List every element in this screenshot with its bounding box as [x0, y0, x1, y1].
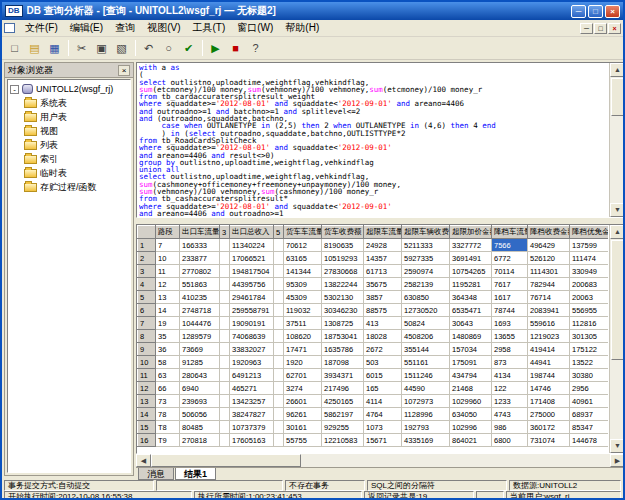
grid-cell[interactable] — [274, 304, 284, 317]
grid-cell[interactable]: 33832027 — [230, 343, 274, 356]
grid-cell[interactable]: 6535471 — [450, 304, 492, 317]
grid-cell[interactable]: 44590 — [402, 382, 450, 395]
grid-cell[interactable]: 12730520 — [402, 304, 450, 317]
grid-cell[interactable]: 506056 — [180, 408, 220, 421]
grid-cell[interactable]: 239693 — [180, 395, 220, 408]
grid-cell[interactable]: 17471 — [284, 343, 322, 356]
row-header[interactable]: 13 — [138, 395, 156, 408]
menu-item[interactable]: 文件(F) — [19, 21, 64, 34]
grid-cell[interactable]: 10 — [156, 252, 180, 265]
tree-folder-node[interactable]: 视图 — [10, 124, 130, 138]
grid-cell[interactable]: 503 — [364, 356, 402, 369]
grid-cell[interactable]: 526120 — [528, 252, 570, 265]
grid-cell[interactable]: 122 — [492, 382, 528, 395]
tree-folder-node[interactable]: 索引 — [10, 152, 130, 166]
grid-cell[interactable]: 2958 — [492, 343, 528, 356]
grid-cell[interactable]: 1920963 — [230, 356, 274, 369]
grid-cell[interactable]: 7 — [156, 239, 180, 252]
grid-cell[interactable]: 30643 — [450, 317, 492, 330]
grid-cell[interactable]: 21468 — [450, 382, 492, 395]
row-header[interactable]: 6 — [138, 304, 156, 317]
grid-cell[interactable]: 233877 — [180, 252, 220, 265]
grid-cell[interactable]: 78 — [156, 408, 180, 421]
grid-cell[interactable]: 50824 — [402, 317, 450, 330]
grid-cell[interactable]: 74068639 — [230, 330, 274, 343]
grid-cell[interactable]: 4743 — [492, 408, 528, 421]
grid-cell[interactable] — [274, 239, 284, 252]
grid-corner-cell[interactable] — [138, 226, 156, 239]
grid-cell[interactable]: 1072973 — [402, 395, 450, 408]
grid-cell[interactable] — [220, 369, 230, 382]
grid-vertical-scrollbar[interactable]: ▲ ▼ — [609, 225, 624, 453]
grid-cell[interactable]: 634050 — [450, 408, 492, 421]
grid-cell[interactable]: 13423257 — [230, 395, 274, 408]
grid-cell[interactable]: 73669 — [180, 343, 220, 356]
tree-folder-node[interactable]: 用户表 — [10, 110, 130, 124]
grid-cell[interactable]: 1511246 — [402, 369, 450, 382]
maximize-button[interactable]: □ — [588, 5, 603, 18]
column-header[interactable]: 降档优免金额 — [570, 226, 609, 239]
grid-cell[interactable]: 2770802 — [180, 265, 220, 278]
grid-cell[interactable]: 330949 — [570, 265, 609, 278]
check-icon[interactable]: ✔ — [179, 39, 198, 57]
grid-cell[interactable]: 11 — [156, 265, 180, 278]
column-header[interactable]: 超限车辆收费额 — [402, 226, 450, 239]
grid-cell[interactable]: 5302130 — [322, 291, 364, 304]
grid-cell[interactable]: 13522 — [570, 356, 609, 369]
grid-cell[interactable]: 73 — [156, 395, 180, 408]
grid-cell[interactable]: 63165 — [284, 252, 322, 265]
menu-item[interactable]: 工具(T) — [186, 21, 231, 34]
result-tab[interactable]: 消息 — [138, 468, 174, 480]
grid-cell[interactable] — [220, 330, 230, 343]
grid-cell[interactable] — [220, 265, 230, 278]
grid-cell[interactable]: 364348 — [450, 291, 492, 304]
grid-cell[interactable]: 4250165 — [322, 395, 364, 408]
tree-folder-node[interactable]: 列表 — [10, 138, 130, 152]
grid-cell[interactable]: 62701 — [284, 369, 322, 382]
grid-cell[interactable] — [274, 408, 284, 421]
close-button[interactable]: × — [605, 5, 620, 18]
grid-cell[interactable]: 58 — [156, 356, 180, 369]
grid-cell[interactable]: 1480869 — [450, 330, 492, 343]
grid-cell[interactable]: 731074 — [528, 434, 570, 447]
grid-horizontal-scrollbar[interactable]: ◀ ▶ — [136, 454, 625, 467]
menu-item[interactable]: 编辑(E) — [64, 21, 109, 34]
column-header[interactable]: 降档收费金额 — [528, 226, 570, 239]
grid-cell[interactable]: 13655 — [492, 330, 528, 343]
grid-cell[interactable]: 36 — [156, 343, 180, 356]
grid-cell[interactable]: 7617 — [492, 278, 528, 291]
grid-cell[interactable]: 2748718 — [180, 304, 220, 317]
row-header[interactable]: 16 — [138, 434, 156, 447]
grid-cell[interactable]: 18028 — [364, 330, 402, 343]
help-icon[interactable]: ? — [246, 39, 265, 57]
column-header[interactable]: 出口车流量 — [180, 226, 220, 239]
grid-cell[interactable]: 26601 — [284, 395, 322, 408]
grid-cell[interactable]: 187098 — [322, 356, 364, 369]
menu-item[interactable]: 窗口(W) — [231, 21, 279, 34]
child-restore-button[interactable]: □ — [594, 23, 607, 34]
grid-cell[interactable]: 1289579 — [180, 330, 220, 343]
grid-cell[interactable]: 13 — [156, 291, 180, 304]
paste-icon[interactable]: ▧ — [112, 39, 131, 57]
grid-cell[interactable]: 3274 — [284, 382, 322, 395]
grid-cell[interactable]: 2582139 — [402, 278, 450, 291]
grid-cell[interactable]: 78744 — [492, 304, 528, 317]
grid-cell[interactable]: 85347 — [570, 421, 609, 434]
grid-cell[interactable]: 198744 — [528, 369, 570, 382]
grid-cell[interactable]: 2590974 — [402, 265, 450, 278]
scrollbar-thumb[interactable] — [611, 240, 624, 360]
grid-cell[interactable]: 80485 — [180, 421, 220, 434]
grid-cell[interactable] — [220, 317, 230, 330]
grid-cell[interactable]: 13822244 — [322, 278, 364, 291]
scroll-up-icon[interactable]: ▲ — [610, 63, 625, 77]
menu-item[interactable]: 查询 — [109, 21, 141, 34]
grid-cell[interactable]: 1920 — [284, 356, 322, 369]
grid-cell[interactable]: 95309 — [284, 278, 322, 291]
menu-item[interactable]: 帮助(H) — [279, 21, 325, 34]
grid-cell[interactable]: 782944 — [528, 278, 570, 291]
scroll-down-icon[interactable]: ▼ — [610, 203, 625, 217]
new-icon[interactable]: □ — [5, 39, 24, 57]
grid-cell[interactable]: 18753041 — [322, 330, 364, 343]
grid-cell[interactable]: 301305 — [570, 330, 609, 343]
column-header[interactable]: 超限车流量 — [364, 226, 402, 239]
